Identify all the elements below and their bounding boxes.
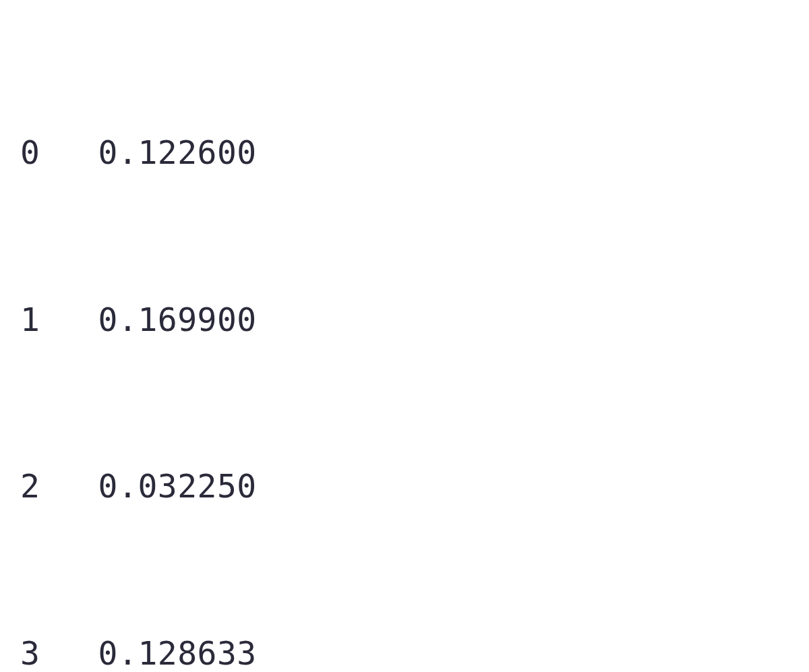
series-row: 3 0.128633 [20,625,789,672]
row-gap [40,125,98,181]
row-index: 0 [20,125,40,181]
row-index: 3 [20,625,40,672]
row-gap [40,458,98,514]
series-row: 0 0.122600 [20,125,789,181]
series-row: 1 0.169900 [20,292,789,348]
row-gap [40,625,98,672]
series-row: 2 0.032250 [20,458,789,514]
pandas-series-output: 0 0.122600 1 0.169900 2 0.032250 3 0.128… [0,0,809,672]
row-gap [40,292,98,348]
row-value: 0.122600 [98,125,254,181]
row-value: 0.169900 [98,292,254,348]
row-index: 1 [20,292,40,348]
row-value: 0.032250 [98,458,254,514]
row-index: 2 [20,458,40,514]
row-value: 0.128633 [98,625,254,672]
